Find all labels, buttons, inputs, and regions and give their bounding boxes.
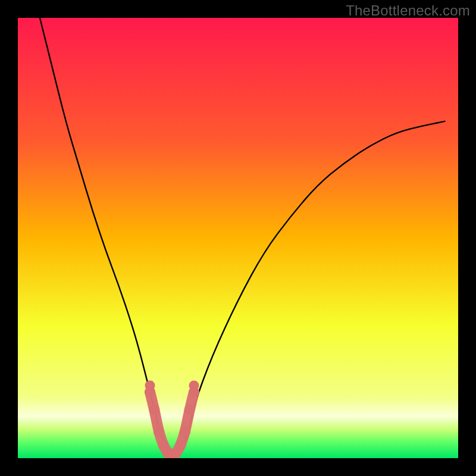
chart-frame: TheBottleneck.com [0, 0, 476, 476]
marker-dot [176, 440, 186, 450]
marker-dot [149, 405, 159, 415]
plot-area [18, 18, 458, 458]
marker-dot [180, 427, 190, 437]
marker-dot [189, 387, 199, 397]
watermark-text: TheBottleneck.com [346, 2, 470, 19]
plot-svg [18, 18, 458, 458]
marker-dot [145, 387, 155, 397]
gradient-bg [18, 18, 458, 458]
marker-dot [154, 427, 164, 437]
marker-dot [184, 405, 195, 415]
